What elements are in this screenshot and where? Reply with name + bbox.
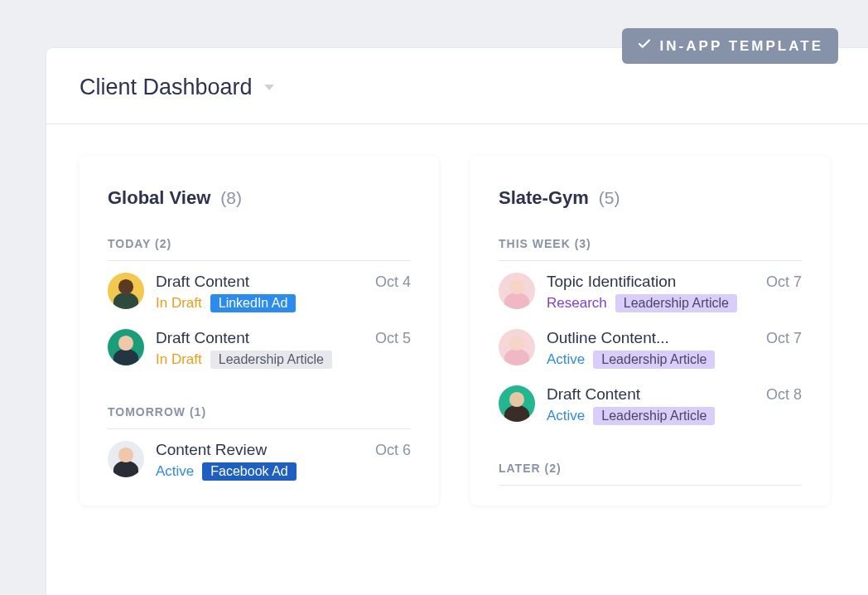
task-row[interactable]: Draft ContentOct 5In DraftLeadership Art… [108, 329, 411, 369]
task-top: Content ReviewOct 6 [156, 441, 411, 459]
in-app-template-badge: IN-APP TEMPLATE [622, 28, 838, 64]
column-count: (8) [220, 188, 242, 208]
task-status: In Draft [156, 351, 202, 368]
task-top: Draft ContentOct 5 [156, 329, 411, 347]
task-row[interactable]: Draft ContentOct 4In DraftLinkedIn Ad [108, 273, 411, 312]
task-row[interactable]: Outline Content...Oct 7ActiveLeadership … [499, 329, 802, 369]
task-tag: Leadership Article [593, 351, 715, 369]
section-gap [108, 385, 411, 405]
task-tag: Facebook Ad [202, 462, 296, 481]
check-icon [637, 36, 652, 56]
task-meta: In DraftLeadership Article [156, 351, 411, 369]
column-title: Global View [108, 187, 210, 209]
task-status: Active [547, 351, 585, 368]
task-meta: In DraftLinkedIn Ad [156, 294, 411, 312]
task-tag: Leadership Article [615, 294, 737, 312]
task-tag: Leadership Article [593, 407, 715, 425]
section-label: LATER (2) [499, 462, 802, 486]
main-panel: Client Dashboard Global View(8)TODAY (2)… [46, 48, 868, 595]
task-date: Oct 4 [375, 273, 411, 291]
avatar [108, 441, 144, 477]
task-top: Draft ContentOct 4 [156, 273, 411, 291]
column-card: Global View(8)TODAY (2)Draft ContentOct … [80, 156, 439, 506]
template-badge-label: IN-APP TEMPLATE [660, 38, 823, 55]
task-date: Oct 7 [766, 273, 802, 291]
task-row[interactable]: Topic IdentificationOct 7ResearchLeaders… [499, 273, 802, 312]
column-card: Slate-Gym(5)THIS WEEK (3)Topic Identific… [470, 156, 830, 506]
section-label: TODAY (2) [108, 237, 411, 261]
task-title: Outline Content... [547, 329, 669, 347]
task-row[interactable]: Draft ContentOct 8ActiveLeadership Artic… [499, 385, 802, 425]
avatar [499, 273, 535, 309]
avatar [108, 329, 144, 365]
task-date: Oct 5 [375, 330, 411, 347]
task-body: Outline Content...Oct 7ActiveLeadership … [547, 329, 802, 369]
chevron-down-icon [264, 85, 274, 90]
task-date: Oct 7 [766, 330, 802, 347]
task-title: Draft Content [156, 273, 249, 291]
section-label: TOMORROW (1) [108, 405, 411, 429]
task-status: Active [156, 463, 194, 480]
task-meta: ResearchLeadership Article [547, 294, 802, 312]
task-top: Outline Content...Oct 7 [547, 329, 802, 347]
task-title: Topic Identification [547, 273, 676, 291]
task-title: Content Review [156, 441, 267, 459]
column-title: Slate-Gym [499, 187, 589, 209]
section-label: THIS WEEK (3) [499, 237, 802, 261]
task-body: Draft ContentOct 8ActiveLeadership Artic… [547, 385, 802, 425]
task-row[interactable]: Content ReviewOct 6ActiveFacebook Ad [108, 441, 411, 481]
task-meta: ActiveFacebook Ad [156, 462, 411, 481]
task-status: In Draft [156, 295, 202, 312]
avatar [499, 385, 535, 422]
task-top: Draft ContentOct 8 [547, 385, 802, 404]
page-title: Client Dashboard [80, 75, 253, 100]
task-date: Oct 6 [375, 442, 411, 459]
task-top: Topic IdentificationOct 7 [547, 273, 802, 291]
task-status: Active [547, 408, 585, 424]
task-title: Draft Content [156, 329, 249, 347]
task-tag: LinkedIn Ad [210, 294, 297, 312]
columns-container: Global View(8)TODAY (2)Draft ContentOct … [46, 124, 868, 506]
column-count: (5) [599, 188, 620, 208]
task-meta: ActiveLeadership Article [547, 351, 802, 369]
task-meta: ActiveLeadership Article [547, 407, 802, 425]
task-tag: Leadership Article [210, 351, 332, 369]
column-header: Slate-Gym(5) [499, 187, 802, 209]
task-body: Draft ContentOct 5In DraftLeadership Art… [156, 329, 411, 369]
column-header: Global View(8) [108, 187, 411, 209]
avatar [108, 273, 144, 309]
avatar [499, 329, 535, 365]
task-status: Research [547, 295, 607, 312]
task-body: Topic IdentificationOct 7ResearchLeaders… [547, 273, 802, 312]
task-title: Draft Content [547, 385, 640, 404]
task-date: Oct 8 [766, 386, 802, 404]
section-gap [499, 442, 802, 462]
task-body: Content ReviewOct 6ActiveFacebook Ad [156, 441, 411, 481]
task-body: Draft ContentOct 4In DraftLinkedIn Ad [156, 273, 411, 312]
